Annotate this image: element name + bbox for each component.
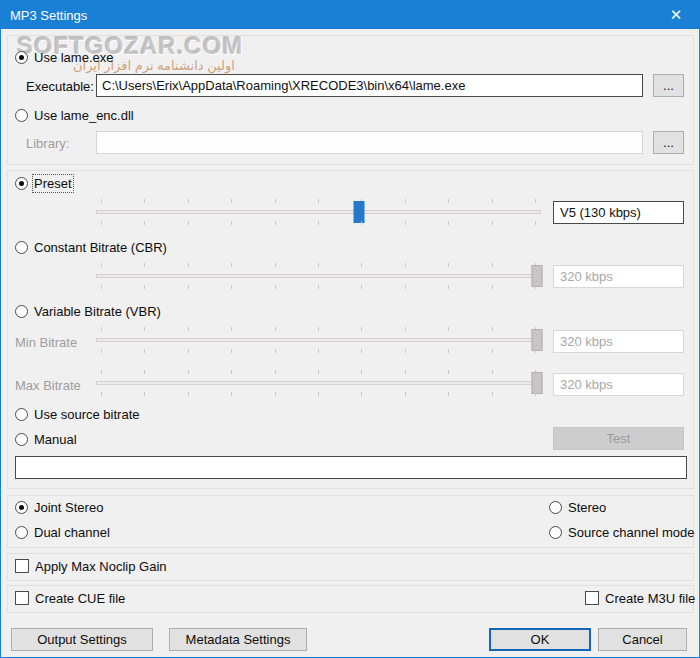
executable-input[interactable] (96, 74, 643, 97)
radio-label: Use source bitrate (34, 407, 140, 422)
slider-ticks (101, 370, 536, 374)
radio-stereo[interactable]: Stereo (549, 499, 606, 515)
slider-track (96, 274, 541, 278)
checkbox-icon (15, 559, 29, 573)
radio-label: Use lame_enc.dll (34, 108, 134, 123)
max-bitrate-value-box: 320 kbps (553, 373, 684, 396)
slider-thumb[interactable] (353, 201, 364, 223)
radio-icon (15, 305, 28, 318)
manual-options-input[interactable] (15, 456, 687, 479)
slider-track (96, 381, 541, 385)
cbr-value-box: 320 kbps (553, 265, 684, 288)
radio-manual[interactable]: Manual (15, 431, 77, 447)
radio-cbr[interactable]: Constant Bitrate (CBR) (15, 239, 167, 255)
ok-button[interactable]: OK (489, 628, 591, 651)
radio-vbr[interactable]: Variable Bitrate (VBR) (15, 303, 161, 319)
radio-label: Preset (34, 176, 72, 191)
radio-use-source-bitrate[interactable]: Use source bitrate (15, 406, 140, 422)
mp3-settings-dialog: MP3 Settings ✕ SOFTGOZAR.COM اولین دانشن… (0, 0, 700, 658)
preset-slider[interactable] (96, 199, 541, 225)
radio-dual-channel[interactable]: Dual channel (15, 524, 110, 540)
radio-icon (15, 109, 28, 122)
radio-icon (549, 526, 562, 539)
radio-icon (15, 241, 28, 254)
checkbox-icon (15, 591, 29, 605)
slider-thumb[interactable] (531, 329, 542, 351)
checkbox-label: Apply Max Noclip Gain (35, 559, 167, 574)
dialog-content: SOFTGOZAR.COM اولین دانشنامه نرم افزار ا… (1, 29, 699, 658)
checkbox-create-m3u-file[interactable]: Create M3U file (585, 590, 695, 606)
checkbox-create-cue-file[interactable]: Create CUE file (15, 590, 125, 606)
radio-preset[interactable]: Preset (15, 175, 72, 191)
radio-source-channel-mode[interactable]: Source channel mode (549, 524, 694, 540)
cbr-slider[interactable] (96, 263, 541, 289)
radio-label: Source channel mode (568, 525, 694, 540)
radio-icon (15, 177, 28, 190)
radio-use-lame-dll[interactable]: Use lame_enc.dll (15, 107, 134, 123)
checkbox-label: Create CUE file (35, 591, 125, 606)
checkbox-apply-max-noclip-gain[interactable]: Apply Max Noclip Gain (15, 558, 167, 574)
checkbox-icon (585, 591, 599, 605)
titlebar[interactable]: MP3 Settings ✕ (1, 1, 699, 29)
slider-track (96, 338, 541, 342)
close-icon[interactable]: ✕ (653, 1, 699, 29)
slider-thumb[interactable] (531, 265, 542, 287)
slider-ticks (101, 285, 536, 289)
checkbox-label: Create M3U file (605, 591, 695, 606)
radio-icon (15, 408, 28, 421)
test-button: Test (553, 427, 684, 450)
radio-label: Dual channel (34, 525, 110, 540)
slider-ticks (101, 349, 536, 353)
radio-use-lame-exe[interactable]: Use lame.exe (15, 49, 113, 65)
slider-ticks (101, 327, 536, 331)
radio-icon (15, 526, 28, 539)
radio-icon (549, 501, 562, 514)
radio-label: Variable Bitrate (VBR) (34, 304, 161, 319)
output-settings-button[interactable]: Output Settings (11, 628, 153, 651)
radio-icon (15, 433, 28, 446)
cancel-button[interactable]: Cancel (598, 628, 687, 651)
radio-icon (15, 51, 28, 64)
slider-ticks (101, 263, 536, 267)
metadata-settings-button[interactable]: Metadata Settings (169, 628, 307, 651)
radio-joint-stereo[interactable]: Joint Stereo (15, 499, 103, 515)
min-bitrate-slider[interactable] (96, 327, 541, 353)
radio-label: Manual (34, 432, 77, 447)
min-bitrate-value-box: 320 kbps (553, 330, 684, 353)
radio-label: Constant Bitrate (CBR) (34, 240, 167, 255)
executable-label: Executable: (26, 79, 94, 94)
slider-thumb[interactable] (531, 372, 542, 394)
radio-label: Stereo (568, 500, 606, 515)
library-input[interactable] (96, 131, 643, 154)
library-label: Library: (26, 136, 69, 151)
browse-library-button[interactable]: ... (653, 131, 684, 154)
radio-label: Use lame.exe (34, 50, 113, 65)
browse-executable-button[interactable]: ... (653, 74, 684, 97)
radio-icon (15, 501, 28, 514)
slider-ticks (101, 392, 536, 396)
slider-ticks (101, 199, 536, 203)
max-bitrate-slider[interactable] (96, 370, 541, 396)
window-title: MP3 Settings (10, 8, 87, 23)
slider-track (96, 210, 541, 214)
slider-ticks (101, 221, 536, 225)
preset-value-box[interactable]: V5 (130 kbps) (553, 201, 684, 224)
min-bitrate-label: Min Bitrate (15, 335, 77, 350)
radio-label: Joint Stereo (34, 500, 103, 515)
max-bitrate-label: Max Bitrate (15, 378, 81, 393)
